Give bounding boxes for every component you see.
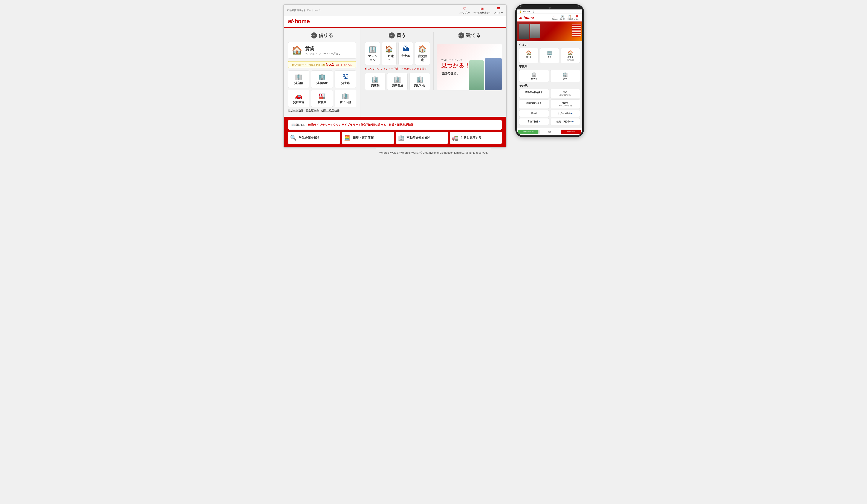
phone-research-card[interactable]: 調べる — [519, 110, 549, 117]
rent-title: 借りる — [319, 32, 333, 39]
phone-sumai-build[interactable]: 🏠 建てる (注文住宅) — [560, 48, 580, 63]
buy-sell-land[interactable]: 🏔 売土地 — [398, 42, 413, 65]
building-label: 貸ビル他 — [340, 100, 351, 104]
phone-recent-label: 最近見た — [559, 18, 566, 20]
buy-house[interactable]: 🏠 一戸建て — [382, 42, 396, 65]
building-icon: 🏢 — [342, 93, 349, 99]
rent-card-land[interactable]: 🏗 貸土地 — [334, 71, 356, 88]
action-move[interactable]: 🚛 引越し見積もり — [450, 132, 502, 144]
build-hero-col: BUILD 建てる WEBでもアプリでも 見つか — [434, 32, 502, 90]
phone-rent-icon: 🏠 — [526, 50, 531, 55]
phone-govt-card[interactable]: 官公庁物件 🖥 — [519, 118, 549, 125]
rent-card-building[interactable]: 🏢 貸ビル他 — [334, 90, 356, 107]
phone-invest-card[interactable]: 投資・収益物件 🖥 — [550, 118, 580, 125]
action-sell[interactable]: 🧮 売却・査定依頼 — [342, 132, 394, 144]
phone-recent-icon: 🕐 — [561, 15, 564, 18]
phone-agency-label: 不動産会社を探す — [525, 91, 543, 94]
sell-label: 売却・査定依頼 — [353, 136, 374, 140]
phone-market-card[interactable]: 相場情報を見る — [519, 99, 549, 109]
resort-link[interactable]: リゾート物件 — [288, 109, 303, 112]
phone-jigyoyo-buy[interactable]: 🏢 買う — [550, 70, 580, 82]
hero-main-text: 見つかる！ 理想の住まい — [441, 62, 470, 76]
lock-icon: 🔒 — [519, 10, 522, 13]
buy-custom-home[interactable]: 🏠 注文住宅 — [415, 42, 430, 65]
rent-main-title: 賃貸 — [305, 45, 340, 52]
buy-sell-office[interactable]: 🏢 売事務所 — [387, 73, 408, 90]
phone-sumai-buy[interactable]: 🏢 買う — [540, 48, 559, 63]
phone-govt-label: 官公庁物件 — [527, 120, 538, 123]
hero-small-label: WEBでもアプリでも — [441, 58, 470, 62]
saved-search-nav[interactable]: ✉ 保存した検索条件 — [473, 7, 491, 14]
action-student[interactable]: 🔍 学生会館を探す — [288, 132, 340, 144]
phone-nav-history[interactable]: 📋 検索履歴 — [567, 15, 573, 20]
sell-office-label: 売事務所 — [392, 84, 403, 87]
phone-agency-card[interactable]: 不動産会社を探す — [519, 89, 549, 98]
page-wrapper: 不動産情報サイト アットホーム ♡ お気に入り ✉ 保存した検索条件 ☰ メニュ… — [283, 4, 584, 148]
move-label: 引越し見積もり — [460, 136, 482, 140]
copyright-text: Where's Waldo?/Where's Wally? ©DreamWork… — [379, 151, 488, 154]
phone-sell-label: 売る — [563, 91, 567, 94]
info-link-1[interactable]: 建物ライブラリー — [307, 123, 331, 127]
phone-jigyoyo-buy-icon: 🏢 — [563, 72, 568, 77]
student-label: 学生会館を探す — [299, 136, 320, 140]
phone-history-label: 検索履歴 — [567, 18, 573, 20]
phone-build-sublabel: (注文住宅) — [567, 59, 574, 61]
phone-nav-favorites[interactable]: ♡ お気に入り — [551, 15, 558, 20]
phone-nav-menu[interactable]: ☰ メニュー — [574, 15, 580, 20]
phone-register-btn[interactable]: 条件を登録 — [561, 130, 581, 134]
govt-link[interactable]: 官公庁物件 — [306, 109, 319, 112]
shop-icon: 🏢 — [295, 73, 302, 81]
phone-jigyoyo-rent[interactable]: 🏢 借りる — [519, 70, 549, 82]
rent-card-office[interactable]: 🏢 貸事務所 — [311, 71, 333, 88]
phone-research-label: 調べる — [531, 112, 537, 115]
buy-main-grid: 🏢 マンション 🏠 一戸建て 🏔 売土地 — [365, 42, 430, 65]
phone-header: at·home ♡ お気に入り 🕐 最近見た 📋 検索履歴 — [517, 14, 582, 22]
buy-sell-shop[interactable]: 🏢 売店舗 — [365, 73, 385, 90]
hero-persons — [469, 58, 502, 90]
rent-card-parking[interactable]: 🚗 貸駐車場 — [288, 90, 310, 107]
phone-new-notice-btn[interactable]: 新着お知らせ — [518, 130, 538, 134]
mobile-container: 🔒 athome.co.jp at·home ♡ お気に入り 🕐 最近見た — [515, 4, 584, 137]
info-link-2[interactable]: タウンライブラリー — [331, 123, 358, 127]
buy-sell-building[interactable]: 🏢 売ビル他 — [409, 73, 430, 90]
combined-search-link[interactable]: 住まいのマンション・一戸建て・土地をまとめて探す — [365, 67, 430, 71]
phone-sell-card[interactable]: 売る (売却査定依頼) — [550, 89, 580, 98]
house-icon: 🏠 — [385, 45, 394, 53]
favorites-nav[interactable]: ♡ お気に入り — [459, 7, 470, 14]
action-agency[interactable]: 🏢 不動産会社を探す — [396, 132, 448, 144]
logo[interactable]: at · home — [288, 18, 310, 25]
sell-shop-icon: 🏢 — [372, 76, 379, 83]
rent-card-warehouse[interactable]: 🏭 貸倉庫 — [311, 90, 333, 107]
phone-white-btn[interactable]: 機能 — [539, 130, 560, 134]
buy-hero-row: BUY 買う 🏢 マンション 🏠 — [365, 32, 502, 90]
phone-sumai-rent[interactable]: 🏠 借りる — [519, 48, 539, 63]
phone-resort-card[interactable]: リゾート物件 🖥 — [550, 110, 580, 117]
phone-nav: ♡ お気に入り 🕐 最近見た 📋 検索履歴 ☰ — [551, 15, 580, 20]
rent-ext-links: リゾート物件 官公庁物件 投資・収益物件 — [288, 109, 356, 112]
menu-nav[interactable]: ☰ メニュー — [494, 7, 503, 14]
phone-nav-recent[interactable]: 🕐 最近見た — [559, 15, 566, 20]
rent-small-grid-1: 🏢 貸店舗 🏢 貸事務所 🏗 貸土地 — [288, 71, 356, 88]
phone-resort-pc-icon: 🖥 — [571, 112, 572, 115]
phone-build-icon: 🏠 — [568, 50, 573, 55]
no1-detail[interactable]: 詳しくはこちら — [336, 64, 352, 66]
phone-logo[interactable]: at·home — [519, 15, 534, 20]
parking-label: 貸駐車場 — [293, 100, 304, 104]
phone-sumai-grid: 🏠 借りる 🏢 買う 🏠 建てる (注文住宅) — [519, 48, 580, 63]
build-header: BUILD 建てる — [437, 32, 502, 39]
phone-buy-label: 買う — [547, 56, 552, 58]
land-label: 貸土地 — [341, 81, 350, 85]
phone-move-card[interactable]: 引越す (引越し見積もり) — [550, 99, 580, 109]
rent-card-shop[interactable]: 🏢 貸店舗 — [288, 71, 310, 88]
menu-label: メニュー — [494, 11, 503, 14]
shop-label: 貸店舗 — [295, 81, 303, 85]
info-link-3[interactable]: 借入可能額を調べる — [359, 123, 386, 127]
desktop-browser: 不動産情報サイト アットホーム ♡ お気に入り ✉ 保存した検索条件 ☰ メニュ… — [283, 4, 507, 148]
action-grid: 🔍 学生会館を探す 🧮 売却・査定依頼 🏢 不動産会社を探す 🚛 引越し見積もり — [288, 132, 502, 144]
info-link-4[interactable]: 家賃・価格相場情報 — [387, 123, 414, 127]
phone-fav-label: お気に入り — [551, 18, 558, 20]
site-subtitle: 不動産情報サイト アットホーム — [287, 9, 321, 12]
invest-link[interactable]: 投資・収益物件 — [321, 109, 340, 112]
rent-main-card[interactable]: 🏠 賃貸 マンション・アパート・一戸建て — [288, 42, 356, 59]
buy-mansion[interactable]: 🏢 マンション — [365, 42, 380, 65]
